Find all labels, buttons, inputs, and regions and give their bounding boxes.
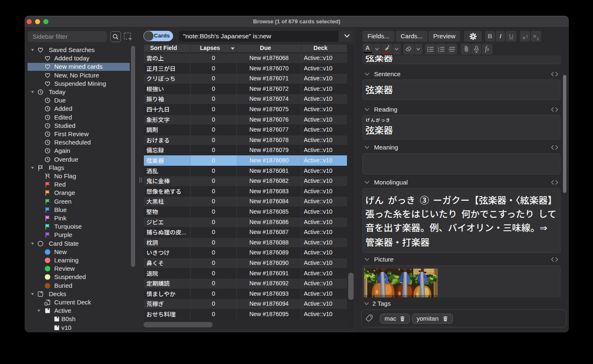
svg-text:3: 3 xyxy=(438,50,439,52)
